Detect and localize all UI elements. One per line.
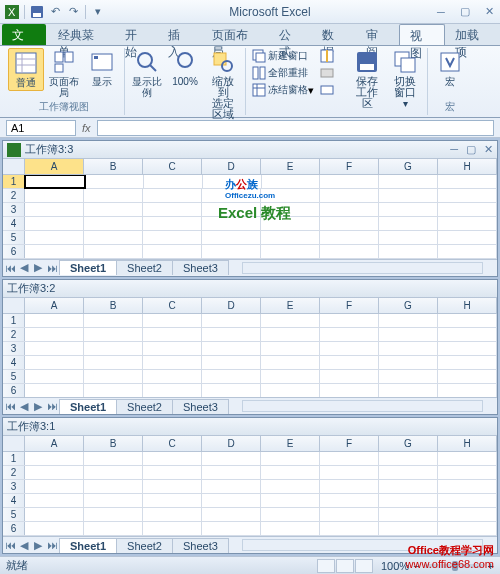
column-header[interactable]: B bbox=[84, 436, 143, 451]
column-header[interactable]: E bbox=[261, 436, 320, 451]
cell[interactable] bbox=[143, 342, 202, 355]
row-header[interactable]: 3 bbox=[3, 342, 25, 355]
cell[interactable] bbox=[379, 494, 438, 507]
row-header[interactable]: 3 bbox=[3, 203, 25, 216]
horizontal-scrollbar[interactable] bbox=[242, 400, 483, 412]
column-header[interactable]: H bbox=[438, 298, 497, 313]
column-header[interactable]: A bbox=[25, 436, 84, 451]
cell[interactable] bbox=[438, 508, 497, 521]
cell[interactable] bbox=[143, 328, 202, 341]
column-header[interactable]: C bbox=[143, 159, 202, 174]
tab-classic[interactable]: 经典菜单 bbox=[48, 24, 115, 45]
cell[interactable] bbox=[25, 452, 84, 465]
sheet-nav-last[interactable]: ⏭ bbox=[45, 539, 59, 551]
cell[interactable] bbox=[438, 231, 497, 244]
select-all-corner[interactable] bbox=[3, 298, 25, 313]
row-header[interactable]: 6 bbox=[3, 522, 25, 535]
sheet-tab[interactable]: Sheet1 bbox=[59, 538, 117, 553]
cell[interactable] bbox=[379, 231, 438, 244]
zoom-level[interactable]: 100% bbox=[381, 560, 409, 572]
column-header[interactable]: F bbox=[320, 159, 379, 174]
cell[interactable] bbox=[143, 314, 202, 327]
row-header[interactable]: 2 bbox=[3, 189, 25, 202]
sheet-tab[interactable]: Sheet1 bbox=[59, 399, 117, 414]
arrange-all-button[interactable]: 全部重排 bbox=[250, 65, 316, 81]
cell[interactable] bbox=[320, 203, 379, 216]
sheet-nav-prev[interactable]: ◀ bbox=[17, 400, 31, 413]
cell[interactable] bbox=[438, 494, 497, 507]
show-button[interactable]: 显示 bbox=[84, 48, 120, 89]
cell[interactable] bbox=[320, 245, 379, 258]
cell[interactable] bbox=[320, 356, 379, 369]
row-header[interactable]: 1 bbox=[3, 314, 25, 327]
cell[interactable] bbox=[320, 175, 379, 188]
freeze-panes-button[interactable]: 冻结窗格 ▾ bbox=[250, 82, 316, 98]
column-header[interactable]: E bbox=[261, 298, 320, 313]
cell[interactable] bbox=[143, 203, 202, 216]
cell[interactable] bbox=[25, 494, 84, 507]
sheet-tab[interactable]: Sheet3 bbox=[172, 260, 229, 275]
cell[interactable] bbox=[202, 384, 261, 397]
tab-home[interactable]: 开始 bbox=[115, 24, 159, 45]
cell[interactable] bbox=[261, 203, 320, 216]
cell[interactable] bbox=[320, 342, 379, 355]
cell[interactable] bbox=[320, 494, 379, 507]
tab-insert[interactable]: 插入 bbox=[158, 24, 202, 45]
tab-file[interactable]: 文件 bbox=[2, 24, 46, 45]
cell[interactable] bbox=[438, 189, 497, 202]
cell[interactable] bbox=[202, 522, 261, 535]
sheet-nav-prev[interactable]: ◀ bbox=[17, 261, 31, 274]
tab-review[interactable]: 审阅 bbox=[356, 24, 400, 45]
cell[interactable] bbox=[379, 217, 438, 230]
cell[interactable] bbox=[202, 452, 261, 465]
cell[interactable] bbox=[202, 480, 261, 493]
cell[interactable] bbox=[379, 189, 438, 202]
cell[interactable] bbox=[84, 245, 143, 258]
cell[interactable] bbox=[84, 466, 143, 479]
hide-button[interactable] bbox=[318, 65, 338, 81]
save-icon[interactable] bbox=[29, 4, 45, 20]
cell[interactable] bbox=[84, 508, 143, 521]
cell[interactable] bbox=[261, 356, 320, 369]
column-header[interactable]: D bbox=[202, 159, 261, 174]
column-header[interactable]: F bbox=[320, 436, 379, 451]
cell[interactable] bbox=[25, 508, 84, 521]
sheet-tab[interactable]: Sheet2 bbox=[116, 399, 173, 414]
column-header[interactable]: H bbox=[438, 159, 497, 174]
cell[interactable] bbox=[320, 328, 379, 341]
sheet-nav-last[interactable]: ⏭ bbox=[45, 262, 59, 274]
cell[interactable] bbox=[379, 452, 438, 465]
horizontal-scrollbar[interactable] bbox=[242, 262, 483, 274]
column-header[interactable]: H bbox=[438, 436, 497, 451]
minimize-button[interactable]: ─ bbox=[434, 5, 448, 19]
cell[interactable] bbox=[84, 328, 143, 341]
cell[interactable] bbox=[84, 522, 143, 535]
column-header[interactable]: C bbox=[143, 436, 202, 451]
cell[interactable] bbox=[202, 231, 261, 244]
row-header[interactable]: 1 bbox=[3, 452, 25, 465]
cell[interactable] bbox=[24, 175, 86, 189]
row-header[interactable]: 6 bbox=[3, 384, 25, 397]
sheet-tab[interactable]: Sheet3 bbox=[172, 399, 229, 414]
horizontal-scrollbar[interactable] bbox=[242, 539, 483, 551]
cell[interactable] bbox=[320, 384, 379, 397]
cell[interactable] bbox=[25, 314, 84, 327]
cell[interactable] bbox=[320, 370, 379, 383]
cell[interactable] bbox=[143, 384, 202, 397]
page-layout-shortcut[interactable] bbox=[336, 559, 354, 573]
undo-icon[interactable]: ↶ bbox=[47, 4, 63, 20]
cell[interactable] bbox=[84, 356, 143, 369]
tab-addins[interactable]: 加载项 bbox=[445, 24, 500, 45]
cell[interactable] bbox=[143, 189, 202, 202]
cell[interactable] bbox=[202, 314, 261, 327]
cell[interactable] bbox=[261, 314, 320, 327]
cell[interactable] bbox=[379, 342, 438, 355]
cell[interactable] bbox=[143, 356, 202, 369]
cell[interactable] bbox=[143, 494, 202, 507]
cell[interactable] bbox=[261, 480, 320, 493]
sheet-tab[interactable]: Sheet1 bbox=[59, 260, 117, 275]
cell[interactable] bbox=[25, 522, 84, 535]
cell[interactable] bbox=[143, 480, 202, 493]
cell[interactable] bbox=[202, 466, 261, 479]
formula-bar[interactable] bbox=[97, 120, 494, 136]
